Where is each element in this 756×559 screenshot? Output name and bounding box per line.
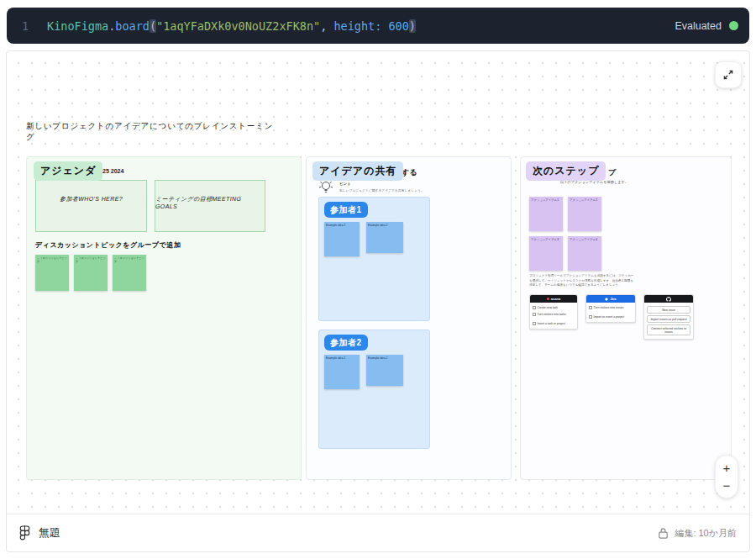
evaluation-status-label: Evaluated bbox=[675, 20, 722, 32]
sticky-note[interactable]: アクションアイテム1 bbox=[529, 197, 563, 231]
asana-widget-header: asana bbox=[530, 295, 577, 303]
widget-button[interactable]: Import issues as pull request bbox=[647, 315, 690, 323]
asana-icon bbox=[547, 298, 549, 300]
widget-menu-item-label: Import or insert a project bbox=[594, 315, 625, 319]
board-footer-meta: 編集: 10か月前 bbox=[657, 526, 737, 540]
board-file-link[interactable]: 無題 bbox=[19, 525, 60, 541]
section-agenda[interactable]: アジェンダ Jan 25 2024 参加者WHO'S HERE? ミーティングの… bbox=[26, 156, 302, 480]
github-icon bbox=[666, 297, 671, 302]
expand-arrows-icon bbox=[722, 68, 735, 82]
zoom-control: + − bbox=[715, 455, 738, 498]
agenda-box-whos-here[interactable]: 参加者WHO'S HERE? bbox=[35, 180, 147, 232]
figjam-embed-frame: 新しいプロジェクトのアイデアについてのブレインストーミング アジェンダ Jan … bbox=[6, 50, 750, 552]
sticky-note[interactable]: ディスカッショントピック bbox=[74, 255, 108, 291]
sticky-note[interactable]: Example idea 1 bbox=[324, 222, 360, 256]
sticky-note[interactable]: Example idea 1 bbox=[324, 355, 360, 389]
figma-logo-icon bbox=[19, 525, 30, 541]
code-number: 600 bbox=[388, 19, 408, 33]
widget-menu-item[interactable]: Insert a task or project bbox=[530, 320, 577, 327]
code-function: board bbox=[115, 19, 150, 33]
board-file-title: 無題 bbox=[39, 525, 60, 541]
checkbox-icon bbox=[533, 306, 536, 309]
widget-menu-item[interactable]: Turn stickies into tasks bbox=[530, 311, 577, 318]
agenda-header-chip[interactable]: アジェンダ bbox=[34, 161, 102, 181]
next-steps-header-suffix: プ bbox=[608, 167, 616, 178]
jira-icon bbox=[605, 298, 608, 301]
checkbox-icon bbox=[589, 306, 592, 309]
board-canvas[interactable]: 新しいプロジェクトのアイデアについてのブレインストーミング アジェンダ Jan … bbox=[7, 51, 749, 514]
checkbox-icon bbox=[589, 315, 592, 319]
sticky-note[interactable]: アクションアイテム4 bbox=[568, 236, 601, 271]
participant-2-label[interactable]: 参加者2 bbox=[324, 335, 368, 351]
page: 1 KinoFigma.board("1aqYFaDXk0v0NoUZ2xFK8… bbox=[0, 0, 756, 559]
next-steps-description: プロジェクト管理ツールでアクションアイテムを追跡するには、ステッカーを選択して、… bbox=[529, 274, 635, 288]
expand-button[interactable] bbox=[715, 61, 742, 88]
checkbox-icon bbox=[533, 313, 536, 316]
widget-menu-item-label: Create new task bbox=[538, 306, 559, 309]
widget-menu-item[interactable]: Create new task bbox=[530, 304, 577, 311]
widget-button[interactable]: New issue bbox=[647, 306, 690, 314]
widget-button[interactable]: Connect selected stickies to issues bbox=[647, 324, 690, 335]
board-title: 新しいプロジェクトのアイデアについてのブレインストーミング bbox=[26, 120, 280, 142]
agenda-box-meeting-goals-label: ミーティングの目標MEETING GOALS bbox=[155, 195, 265, 231]
sticky-note[interactable]: アクションアイテム3 bbox=[529, 236, 563, 271]
agenda-instruction: ディスカッショントピックをグループで追加 bbox=[35, 240, 181, 250]
evaluation-status: Evaluated bbox=[675, 8, 738, 44]
agenda-sticky-row: ディスカッショントピック ディスカッショントピック ディスカッショントピック bbox=[35, 255, 146, 291]
participant-2-group[interactable]: 参加者2 Example idea 1 Example idea 2 bbox=[318, 330, 430, 449]
participant-1-group[interactable]: 参加者1 Example idea 1 Example idea 2 bbox=[318, 197, 430, 321]
code-editor[interactable]: KinoFigma.board("1aqYFaDXk0v0NoUZ2xFK8n"… bbox=[47, 19, 416, 33]
participant-1-label[interactable]: 参加者1 bbox=[324, 202, 368, 218]
checkbox-icon bbox=[533, 322, 536, 325]
code-comma: , bbox=[320, 19, 333, 33]
agenda-box-meeting-goals[interactable]: ミーティングの目標MEETING GOALS bbox=[155, 180, 265, 232]
widget-menu-item[interactable]: Turn stickies into issues bbox=[586, 304, 635, 311]
github-widget-body: New issue Import issues as pull request … bbox=[644, 303, 693, 339]
board-footer: 無題 編集: 10か月前 bbox=[7, 514, 749, 551]
sticky-note[interactable]: ディスカッショントピック bbox=[113, 255, 146, 291]
line-number: 1 bbox=[22, 19, 47, 33]
zoom-out-button[interactable]: − bbox=[723, 479, 731, 492]
widget-menu-item-label: Turn stickies into tasks bbox=[538, 313, 566, 316]
code-open-paren: ( bbox=[150, 19, 156, 33]
edited-timestamp: 編集: 10か月前 bbox=[675, 527, 737, 540]
code-module: KinoFigma bbox=[47, 19, 108, 33]
jira-widget-body: Turn stickies into issues Import or inse… bbox=[586, 303, 635, 322]
sticky-note[interactable]: アクションアイテム2 bbox=[568, 197, 601, 231]
widget-row: asana Create new task Turn stickies into… bbox=[529, 294, 694, 340]
sticky-note[interactable]: Example idea 2 bbox=[366, 355, 403, 386]
ideas-hint-text: 新しいプロジェクトに関するアイデアを共有しましょう。 bbox=[339, 188, 424, 192]
ideas-hint-title: ヒント bbox=[339, 182, 351, 186]
agenda-box-whos-here-label: 参加者WHO'S HERE? bbox=[60, 195, 123, 231]
jira-widget-card[interactable]: Jira Turn stickies into issues Import or… bbox=[585, 294, 636, 323]
zoom-in-button[interactable]: + bbox=[723, 461, 731, 474]
asana-widget-card[interactable]: asana Create new task Turn stickies into… bbox=[529, 294, 578, 330]
jira-widget-name: Jira bbox=[610, 297, 616, 301]
asana-widget-body: Create new task Turn stickies into tasks… bbox=[530, 303, 577, 329]
ideas-header-suffix: する bbox=[402, 167, 417, 178]
widget-menu-item-label: Turn stickies into issues bbox=[594, 306, 624, 309]
sticky-note[interactable]: ディスカッショントピック bbox=[35, 255, 69, 291]
widget-menu-item[interactable]: Import or insert a project bbox=[586, 314, 635, 320]
sticky-note[interactable]: Example idea 2 bbox=[366, 222, 403, 253]
code-keyword-arg: height: bbox=[333, 19, 388, 33]
jira-widget-header: Jira bbox=[586, 295, 635, 303]
ideas-header-chip[interactable]: アイデアの共有 bbox=[312, 161, 403, 181]
lock-icon bbox=[657, 526, 669, 540]
github-widget-card[interactable]: New issue Import issues as pull request … bbox=[643, 294, 694, 340]
code-cell[interactable]: 1 KinoFigma.board("1aqYFaDXk0v0NoUZ2xFK8… bbox=[7, 8, 749, 44]
github-widget-header bbox=[644, 295, 693, 303]
next-steps-header-chip[interactable]: 次のステップ bbox=[526, 161, 606, 181]
code-close-paren: ) bbox=[409, 19, 416, 33]
section-idea-sharing[interactable]: アイデアの共有 する ヒント 新しいプロジェクトに関するアイデアを共有しましょう… bbox=[306, 156, 512, 480]
asana-widget-name: asana bbox=[551, 297, 560, 301]
section-next-steps[interactable]: 次のステップ プ 以下のアクションアイテムを追跡します。 アクションアイテム1 … bbox=[520, 156, 732, 480]
evaluated-dot-icon bbox=[729, 21, 738, 30]
widget-menu-item-label: Insert a task or project bbox=[538, 322, 566, 325]
code-string-arg: "1aqYFaDXk0v0NoUZ2xFK8n" bbox=[156, 19, 320, 33]
